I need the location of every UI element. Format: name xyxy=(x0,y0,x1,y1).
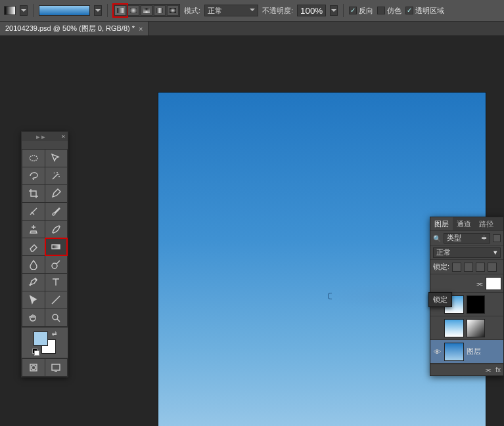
marquee-tool[interactable] xyxy=(22,150,45,167)
dodge-tool[interactable] xyxy=(45,256,68,273)
layer-blend-mode-value: 正常 xyxy=(436,247,451,257)
pen-tool[interactable] xyxy=(22,274,45,291)
diamond-gradient-button[interactable] xyxy=(167,5,179,16)
svg-rect-6 xyxy=(52,364,60,370)
history-brush-tool[interactable] xyxy=(45,221,68,238)
reflected-gradient-button[interactable] xyxy=(154,5,166,16)
angle-gradient-button[interactable] xyxy=(141,5,152,16)
link-layers-icon[interactable]: ⫘ xyxy=(485,366,492,373)
color-swatch-area: ⇄ xyxy=(22,328,68,358)
hand-tool[interactable] xyxy=(22,309,45,326)
document-tab[interactable]: 20104239.psd @ 50% (图层 0, RGB/8) * × xyxy=(0,22,149,35)
layer-mask-thumb[interactable] xyxy=(467,319,485,337)
checkbox-icon xyxy=(349,7,357,14)
canvas-smudge xyxy=(326,283,444,309)
type-tool[interactable] xyxy=(45,274,68,291)
checkbox-icon xyxy=(377,7,385,14)
layer-row[interactable]: ⫘ xyxy=(430,274,503,293)
path-selection-tool[interactable] xyxy=(22,291,45,309)
tab-channels[interactable]: 通道 xyxy=(453,217,475,230)
gradient-options-bar: 模式: 正常 不透明度: 反向 仿色 透明区域 xyxy=(0,0,504,22)
swap-colors-icon[interactable]: ⇄ xyxy=(52,330,57,337)
zoom-tool[interactable] xyxy=(45,309,68,326)
close-icon[interactable]: × xyxy=(62,133,65,140)
opacity-label: 不透明度: xyxy=(262,6,293,16)
layer-list: ⫘ 👁 图层 xyxy=(430,274,503,364)
tab-paths[interactable]: 路径 xyxy=(475,217,497,230)
eraser-tool[interactable] xyxy=(22,238,45,255)
checkbox-icon xyxy=(405,7,413,14)
foreground-color-swatch[interactable] xyxy=(34,331,48,346)
svg-point-3 xyxy=(53,314,58,320)
dither-checkbox[interactable]: 仿色 xyxy=(377,6,401,16)
layer-blend-mode-select[interactable]: 正常 ▾ xyxy=(433,247,501,258)
transparency-checkbox[interactable]: 透明区域 xyxy=(405,6,444,16)
layer-row[interactable]: 👁 图层 xyxy=(430,340,503,364)
blur-tool[interactable] xyxy=(22,256,45,273)
separator xyxy=(33,4,34,17)
toolbox-footer xyxy=(22,358,68,377)
filter-type-select[interactable]: 类型 ≑ xyxy=(444,233,490,244)
crop-tool[interactable] xyxy=(22,185,45,202)
layer-mask-thumb[interactable] xyxy=(467,295,485,314)
layer-row[interactable] xyxy=(430,316,503,340)
blend-mode-value: 正常 xyxy=(208,6,222,16)
layers-footer: ⫘ fx xyxy=(430,364,503,375)
toolbox-header[interactable]: ▸▸ × xyxy=(22,132,68,141)
document-tab-bar: 20104239.psd @ 50% (图层 0, RGB/8) * × xyxy=(0,22,504,36)
brush-tool[interactable] xyxy=(45,203,68,220)
toolbox-panel: ▸▸ × xyxy=(21,131,68,377)
blend-mode-row: 正常 ▾ xyxy=(430,245,503,259)
svg-point-0 xyxy=(30,156,37,161)
layer-mask-thumb[interactable] xyxy=(486,277,501,290)
default-colors-icon[interactable] xyxy=(32,349,39,355)
svg-point-5 xyxy=(32,366,35,370)
lock-label: 锁定: xyxy=(433,262,449,272)
layer-thumb[interactable] xyxy=(444,319,464,337)
transparency-label: 透明区域 xyxy=(415,6,444,16)
filter-toggle[interactable] xyxy=(493,234,501,242)
chevron-icon: ≑ xyxy=(481,234,487,242)
healing-brush-tool[interactable] xyxy=(22,203,45,220)
magic-wand-tool[interactable] xyxy=(45,167,68,184)
radial-gradient-button[interactable] xyxy=(127,5,139,16)
lock-pixels-icon[interactable] xyxy=(464,263,473,272)
clone-stamp-tool[interactable] xyxy=(22,221,45,238)
tab-layers[interactable]: 图层 xyxy=(430,217,453,230)
layer-name[interactable]: 图层 xyxy=(467,347,501,356)
lock-tooltip: 锁定 xyxy=(428,292,452,307)
fx-icon[interactable]: fx xyxy=(495,366,501,373)
lasso-tool[interactable] xyxy=(22,167,45,184)
svg-point-2 xyxy=(52,263,57,268)
opacity-input[interactable] xyxy=(297,5,326,16)
lock-position-icon[interactable] xyxy=(476,263,485,272)
gradient-picker-dropdown[interactable] xyxy=(94,5,102,16)
chevron-down-icon xyxy=(250,7,255,15)
svg-rect-1 xyxy=(52,245,60,249)
reverse-checkbox[interactable]: 反向 xyxy=(349,6,373,16)
gradient-tool[interactable] xyxy=(45,238,68,255)
blend-mode-select[interactable]: 正常 xyxy=(204,5,258,16)
lock-all-icon[interactable] xyxy=(488,263,497,272)
gradient-tool-icon[interactable] xyxy=(4,6,16,15)
panel-tabs: 图层 通道 路径 xyxy=(430,217,503,230)
search-icon[interactable] xyxy=(433,234,441,242)
reverse-label: 反向 xyxy=(359,6,373,16)
close-tab-icon[interactable]: × xyxy=(139,25,143,33)
lock-transparency-icon[interactable] xyxy=(452,263,461,272)
move-tool[interactable] xyxy=(45,150,68,167)
linear-gradient-button[interactable] xyxy=(114,5,126,16)
link-icon[interactable]: ⫘ xyxy=(476,280,483,288)
tool-preset-dropdown[interactable] xyxy=(20,5,28,16)
layer-thumb[interactable] xyxy=(444,343,464,361)
visibility-toggle[interactable]: 👁 xyxy=(432,348,442,356)
chevron-icon: ▾ xyxy=(493,248,497,257)
drag-handle-icon[interactable]: ▸▸ xyxy=(24,133,59,141)
gradient-preview[interactable] xyxy=(39,5,90,16)
opacity-dropdown[interactable] xyxy=(330,5,338,16)
screen-mode-tool[interactable] xyxy=(45,359,68,376)
line-tool[interactable] xyxy=(45,291,68,309)
eyedropper-tool[interactable] xyxy=(45,185,68,202)
tooltip-text: 锁定 xyxy=(433,295,447,303)
quick-mask-tool[interactable] xyxy=(22,359,45,376)
